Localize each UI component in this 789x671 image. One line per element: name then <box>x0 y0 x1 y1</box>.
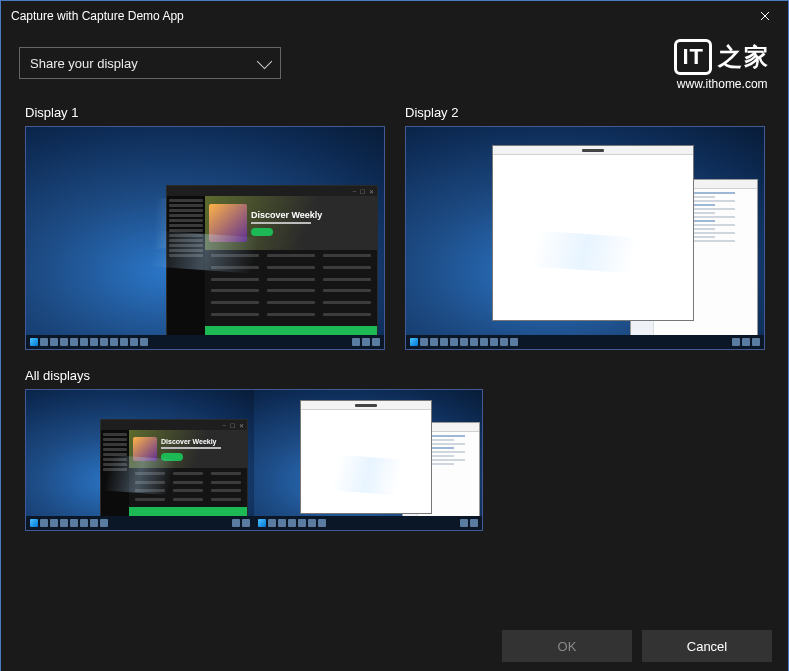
all-displays-item[interactable]: All displays –☐✕ <box>25 368 764 531</box>
all-display-left: –☐✕ Discover Weekly <box>26 390 254 530</box>
dialog-footer: OK Cancel <box>1 620 788 671</box>
watermark-logo: IT 之家 <box>674 39 770 75</box>
display-2-label: Display 2 <box>405 105 765 120</box>
start-icon <box>30 338 38 346</box>
music-app-titlebar: –☐✕ <box>167 186 377 196</box>
close-button[interactable] <box>742 1 788 31</box>
album-cover <box>209 204 247 242</box>
taskbar <box>406 335 764 349</box>
watermark: IT 之家 www.ithome.com <box>674 39 770 91</box>
display-row-1: Display 1 –☐✕ <box>25 105 764 350</box>
ok-button-label: OK <box>558 639 577 654</box>
ok-button[interactable]: OK <box>502 630 632 662</box>
display-1-thumbnail: –☐✕ Discover Wee <box>25 126 385 350</box>
music-app-title: Discover Weekly <box>161 438 221 445</box>
close-icon <box>760 11 770 21</box>
all-display-right <box>254 390 482 530</box>
start-icon <box>410 338 418 346</box>
display-1-item[interactable]: Display 1 –☐✕ <box>25 105 385 350</box>
music-app-hero: Discover Weekly <box>205 196 377 250</box>
watermark-cn-text: 之家 <box>718 41 770 73</box>
music-app-title: Discover Weekly <box>251 210 322 220</box>
cancel-button[interactable]: Cancel <box>642 630 772 662</box>
blank-app-window <box>492 145 694 321</box>
titlebar: Capture with Capture Demo App <box>1 1 788 31</box>
display-picker-body: Display 1 –☐✕ <box>1 95 788 620</box>
display-1-label: Display 1 <box>25 105 385 120</box>
cancel-button-label: Cancel <box>687 639 727 654</box>
music-app-sidebar <box>167 196 205 336</box>
dialog-window: Capture with Capture Demo App Share your… <box>0 0 789 671</box>
play-button-icon <box>251 228 273 236</box>
watermark-url: www.ithome.com <box>677 77 768 91</box>
display-2-item[interactable]: Display 2 <box>405 105 765 350</box>
window-title: Capture with Capture Demo App <box>11 9 742 23</box>
track-list <box>205 250 377 326</box>
music-app-window: –☐✕ Discover Weekly <box>100 419 248 518</box>
music-app-window: –☐✕ Discover Wee <box>166 185 378 337</box>
all-displays-label: All displays <box>25 368 764 383</box>
chevron-down-icon <box>257 53 273 69</box>
display-2-thumbnail <box>405 126 765 350</box>
header-row: Share your display IT 之家 www.ithome.com <box>1 31 788 95</box>
taskbar <box>26 335 384 349</box>
blank-app-window <box>300 400 432 514</box>
dropdown-label: Share your display <box>30 56 138 71</box>
share-display-dropdown[interactable]: Share your display <box>19 47 281 79</box>
all-displays-thumbnail: –☐✕ Discover Weekly <box>25 389 483 531</box>
watermark-logo-text: IT <box>674 39 712 75</box>
